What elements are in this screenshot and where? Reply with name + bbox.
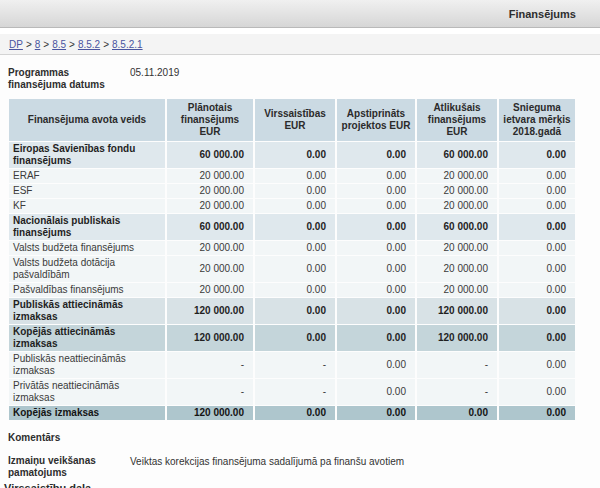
table-row: Eiropas Savienības fondu finansējums 60 … [9, 142, 575, 168]
cell-value: 0.00 [337, 283, 415, 297]
page: Finansējums DP>8>8.5>8.5.2>8.5.2.1 Progr… [0, 0, 600, 488]
cell-value: 0.00 [499, 298, 575, 324]
row-label: Valsts budžeta finansējums [9, 241, 165, 255]
cell-value: 20 000.00 [417, 241, 497, 255]
cell-value: 0.00 [337, 379, 415, 405]
cell-value: 20 000.00 [167, 184, 253, 198]
finance-table-header-row: Finansējuma avota veids Plānotais finans… [9, 99, 575, 141]
breadcrumb-separator: > [43, 39, 49, 50]
cell-value: 0.00 [255, 241, 335, 255]
cell-value: 60 000.00 [417, 214, 497, 240]
cell-value: 0.00 [255, 199, 335, 213]
cell-value: 0.00 [499, 184, 575, 198]
cell-value: - [417, 352, 497, 378]
cell-value: 0.00 [499, 283, 575, 297]
cell-value: 0.00 [255, 256, 335, 282]
cell-value: - [417, 379, 497, 405]
cell-value: 120 000.00 [417, 325, 497, 351]
breadcrumb-link-8-5[interactable]: 8.5 [52, 39, 66, 50]
cell-value: 0.00 [337, 298, 415, 324]
cell-value: 120 000.00 [167, 298, 253, 324]
cell-value: 0.00 [499, 199, 575, 213]
cell-value: 20 000.00 [417, 283, 497, 297]
cell-value: 20 000.00 [167, 241, 253, 255]
cell-value: - [167, 379, 253, 405]
table-row: Valsts budžeta finansējums 20 000.00 0.0… [9, 241, 575, 255]
cell-value: 60 000.00 [167, 214, 253, 240]
program-date-label: Programmas finansējuma datums [8, 67, 126, 91]
row-label: KF [9, 199, 165, 213]
cell-value: 20 000.00 [417, 256, 497, 282]
column-header: Apstiprināts projektos EUR [337, 99, 415, 141]
table-row: Pašvaldības finansējums 20 000.00 0.00 0… [9, 283, 575, 297]
column-header: Snieguma ietvara mērķis 2018.gadā [499, 99, 575, 141]
cell-value: 0.00 [255, 169, 335, 183]
row-label: Pašvaldības finansējums [9, 283, 165, 297]
row-label: Kopējās izmaksas [9, 406, 165, 420]
breadcrumb: DP>8>8.5>8.5.2>8.5.2.1 [0, 34, 600, 55]
table-row: Kopējās izmaksas 120 000.00 0.00 0.00 0.… [9, 406, 575, 420]
cell-value: 20 000.00 [417, 199, 497, 213]
table-row: KF 20 000.00 0.00 0.00 20 000.00 0.00 [9, 199, 575, 213]
cell-value: 0.00 [337, 256, 415, 282]
cell-value: 0.00 [337, 214, 415, 240]
cell-value: 0.00 [255, 406, 335, 420]
cell-value: 0.00 [499, 169, 575, 183]
overcommitment-section-title: Virssaistību daļa [2, 482, 592, 488]
cell-value: 20 000.00 [417, 169, 497, 183]
cell-value: 120 000.00 [167, 325, 253, 351]
column-header: Plānotais finansējums EUR [167, 99, 253, 141]
cell-value: 0.00 [337, 142, 415, 168]
breadcrumb-link-8-5-2-1[interactable]: 8.5.2.1 [112, 39, 143, 50]
row-label: Privātās neattiecināmās izmaksas [9, 379, 165, 405]
cell-value: 120 000.00 [417, 298, 497, 324]
main-content: Programmas finansējuma datums 05.11.2019… [0, 67, 600, 488]
table-row: Valsts budžeta dotācija pašvaldībām 20 0… [9, 256, 575, 282]
cell-value: 0.00 [337, 325, 415, 351]
title-bar: Finansējums [0, 0, 600, 28]
breadcrumb-link-dp[interactable]: DP [9, 39, 23, 50]
cell-value: 0.00 [499, 142, 575, 168]
program-date-row: Programmas finansējuma datums 05.11.2019 [8, 67, 592, 91]
cell-value: 0.00 [337, 169, 415, 183]
row-label: Nacionālais publiskais finansējums [9, 214, 165, 240]
table-row: ERAF 20 000.00 0.00 0.00 20 000.00 0.00 [9, 169, 575, 183]
cell-value: 60 000.00 [417, 142, 497, 168]
cell-value: 0.00 [499, 352, 575, 378]
cell-value: 20 000.00 [417, 184, 497, 198]
cell-value: 0.00 [417, 406, 497, 420]
cell-value: 0.00 [499, 379, 575, 405]
cell-value: 0.00 [499, 325, 575, 351]
row-label: Kopējās attiecināmās izmaksas [9, 325, 165, 351]
cell-value: 0.00 [499, 256, 575, 282]
cell-value: 0.00 [255, 283, 335, 297]
column-header: Finansējuma avota veids [9, 99, 165, 141]
cell-value: 0.00 [255, 214, 335, 240]
column-header: Virssaistības EUR [255, 99, 335, 141]
table-row: Kopējās attiecināmās izmaksas 120 000.00… [9, 325, 575, 351]
table-row: ESF 20 000.00 0.00 0.00 20 000.00 0.00 [9, 184, 575, 198]
row-label: Publiskās neattiecināmās izmaksas [9, 352, 165, 378]
cell-value: 0.00 [255, 325, 335, 351]
breadcrumb-link-8-5-2[interactable]: 8.5.2 [78, 39, 100, 50]
cell-value: 20 000.00 [167, 199, 253, 213]
page-title: Finansējums [509, 8, 600, 20]
cell-value: 0.00 [255, 184, 335, 198]
change-reason-row: Izmaiņu veikšanas pamatojums Veiktas kor… [8, 455, 592, 479]
table-row: Publiskās attiecināmās izmaksas 120 000.… [9, 298, 575, 324]
cell-value: 0.00 [337, 241, 415, 255]
change-reason-value: Veiktas korekcijas finansējuma sadalījum… [130, 455, 404, 479]
cell-value: 120 000.00 [167, 406, 253, 420]
cell-value: 0.00 [255, 298, 335, 324]
cell-value: - [255, 352, 335, 378]
breadcrumb-separator: > [26, 39, 32, 50]
cell-value: 0.00 [337, 352, 415, 378]
cell-value: 20 000.00 [167, 283, 253, 297]
cell-value: 0.00 [499, 214, 575, 240]
breadcrumb-separator: > [69, 39, 75, 50]
column-header: Atlikušais finansējums EUR [417, 99, 497, 141]
cell-value: - [255, 379, 335, 405]
breadcrumb-link-8[interactable]: 8 [35, 39, 41, 50]
row-label: Eiropas Savienības fondu finansējums [9, 142, 165, 168]
row-label: Publiskās attiecināmās izmaksas [9, 298, 165, 324]
